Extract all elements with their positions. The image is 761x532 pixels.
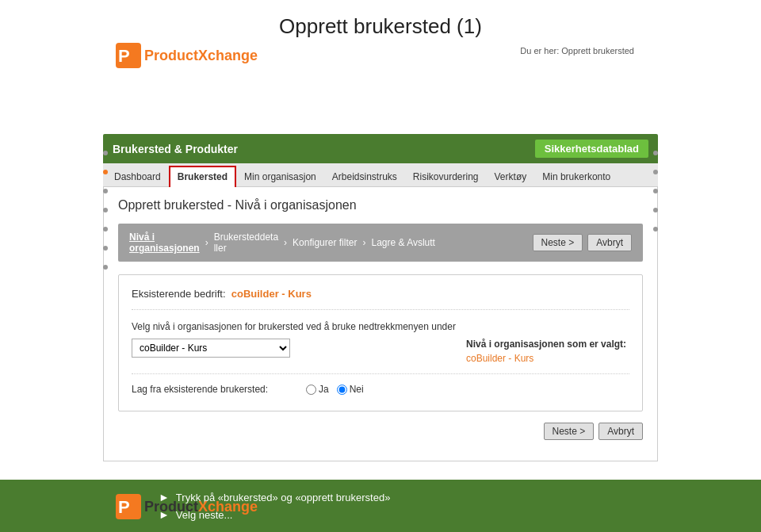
dot	[103, 265, 108, 270]
org-level-select[interactable]: coBuilder - Kurs	[132, 339, 290, 358]
cancel-button-bottom[interactable]: Avbryt	[598, 423, 643, 440]
content-page-title: Opprett brukersted - Nivå i organisasjon…	[118, 198, 643, 212]
dot-active	[103, 170, 108, 174]
logo-top: P ProductXchange	[114, 41, 258, 70]
dot	[103, 189, 108, 193]
step-4: Lagre & Avslutt	[371, 237, 435, 248]
dot	[653, 227, 658, 232]
existing-company: Eksisterende bedrift: coBuilder - Kurs	[132, 288, 629, 310]
step-3: Konfigurer filter	[293, 237, 357, 248]
logo-bottom: P ProductXchange	[114, 492, 258, 521]
nav-tabs: Dashboard Brukersted Min organisasjon Ar…	[103, 163, 658, 187]
cancel-button-top[interactable]: Avbryt	[587, 234, 632, 251]
logo-text: ProductXchange	[144, 48, 258, 64]
existing-company-value: coBuilder - Kurs	[231, 288, 312, 300]
radio-yes[interactable]	[306, 385, 316, 395]
dot	[103, 151, 108, 155]
green-header: Brukersted & Produkter Sikkerhetsdatabla…	[103, 134, 658, 163]
radio-yes-label[interactable]: Ja	[306, 384, 329, 395]
content-area: Opprett brukersted - Nivå i organisasjon…	[103, 187, 658, 461]
progress-steps: Nivå iorganisasjonen › Brukersteddetalle…	[118, 224, 643, 262]
selected-label: Nivå i organisasjonen som er valgt:	[466, 339, 629, 350]
tab-verktoy[interactable]: Verktøy	[487, 166, 535, 186]
section-title: Brukersted & Produkter	[113, 143, 238, 155]
step-2: Brukersteddetaller	[214, 232, 278, 254]
radio-no[interactable]	[337, 385, 347, 395]
dot	[103, 246, 108, 251]
tab-min-organisasjon[interactable]: Min organisasjon	[236, 166, 324, 186]
steps-left: Nivå iorganisasjonen › Brukersteddetalle…	[129, 232, 435, 254]
radio-options: Ja Nei	[306, 384, 364, 395]
tab-arbeidsinstruks[interactable]: Arbeidsinstruks	[324, 166, 405, 186]
logo-bottom-icon: P	[114, 492, 143, 521]
bottom-action: Neste > Avbryt	[118, 423, 643, 440]
dot	[103, 208, 108, 212]
svg-text:P: P	[118, 46, 130, 66]
form-panel: Eksisterende bedrift: coBuilder - Kurs V…	[118, 274, 643, 411]
dropdown-row: coBuilder - Kurs Nivå i organisasjonen s…	[132, 339, 629, 374]
main-wrapper: Brukersted & Produkter Sikkerhetsdatabla…	[103, 134, 658, 461]
svg-text:P: P	[118, 497, 130, 517]
tab-brukersted[interactable]: Brukersted	[169, 166, 236, 187]
step-1: Nivå iorganisasjonen	[129, 232, 200, 254]
dot	[653, 170, 658, 174]
selected-col: Nivå i organisasjonen som er valgt: coBu…	[455, 339, 629, 364]
dot	[653, 189, 658, 193]
radio-row: Lag fra eksisterende brukersted: Ja Nei	[132, 384, 629, 395]
tab-risikovurdering[interactable]: Risikovurdering	[405, 166, 487, 186]
tab-dashboard[interactable]: Dashboard	[106, 166, 169, 186]
next-button-top[interactable]: Neste >	[533, 234, 583, 251]
logo-bottom-text: ProductXchange	[144, 499, 258, 515]
dot	[653, 208, 658, 212]
right-dots	[653, 151, 658, 232]
sds-button[interactable]: Sikkerhetsdatablad	[535, 140, 648, 158]
sidebar-dots	[103, 151, 108, 270]
existing-company-label: Eksisterende bedrift:	[132, 288, 226, 300]
dot	[103, 227, 108, 232]
steps-right: Neste > Avbryt	[533, 234, 633, 251]
breadcrumb: Du er her: Opprett brukersted	[520, 46, 634, 55]
page-title: Opprett brukersted (1)	[0, 0, 761, 47]
form-description: Velg nivå i organisasjonen for brukerste…	[132, 321, 629, 332]
copy-from-label: Lag fra eksisterende brukersted:	[132, 384, 306, 395]
selected-value: coBuilder - Kurs	[466, 353, 629, 364]
dot	[653, 151, 658, 155]
next-button-bottom[interactable]: Neste >	[544, 423, 595, 440]
tab-min-brukerkonto[interactable]: Min brukerkonto	[534, 166, 618, 186]
dropdown-col: coBuilder - Kurs	[132, 339, 455, 358]
logo-icon: P	[114, 41, 143, 70]
radio-no-label[interactable]: Nei	[337, 384, 364, 395]
